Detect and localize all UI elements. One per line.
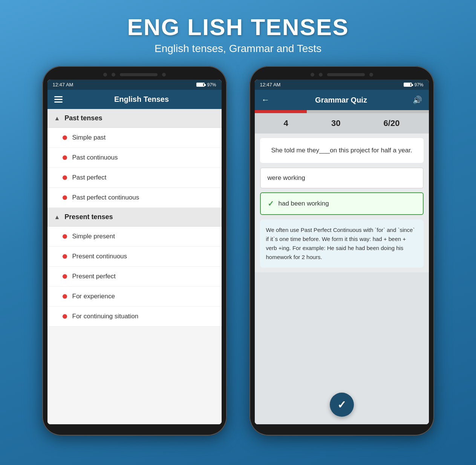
simple-present-label: Simple present [72, 233, 115, 240]
app-subtitle: English tenses, Grammar and Tests [127, 43, 349, 55]
right-time: 12:47 AM [260, 82, 281, 87]
left-time: 12:47 AM [53, 82, 73, 87]
phone-dot-5 [319, 73, 323, 77]
past-tenses-section[interactable]: ▲ Past tenses [47, 109, 222, 128]
right-battery-icon [404, 83, 412, 87]
left-battery-icon [196, 83, 205, 87]
red-dot-icon [63, 274, 67, 279]
left-status-right: 97% [196, 82, 216, 87]
list-item-past-perfect[interactable]: Past perfect [47, 168, 222, 188]
chevron-up-icon: ▲ [54, 115, 60, 122]
past-tenses-label: Past tenses [64, 114, 102, 122]
left-app-header: English Tenses [47, 90, 222, 109]
quiz-progress: 6/20 [384, 118, 400, 128]
option-text-2: had been working [279, 200, 329, 207]
past-perfect-label: Past perfect [72, 174, 107, 181]
explanation-box: We often use Past Perfect Continuous wit… [260, 219, 424, 268]
past-continuous-label: Past continuous [72, 154, 118, 161]
red-dot-icon [63, 254, 67, 259]
present-continuous-label: Present continuous [72, 253, 127, 260]
left-battery-pct: 97% [207, 82, 216, 87]
list-item-present-continuous[interactable]: Present continuous [47, 247, 222, 267]
red-dot-icon [63, 135, 67, 140]
list-item-simple-past[interactable]: Simple past [47, 128, 222, 148]
chevron-up-icon-2: ▲ [54, 214, 60, 221]
phone-speaker-left [120, 73, 158, 76]
list-item-present-perfect[interactable]: Present perfect [47, 267, 222, 287]
quiz-options: were working ✓ had been working [260, 167, 424, 215]
check-icon: ✓ [268, 199, 274, 208]
present-perfect-label: Present perfect [72, 273, 116, 280]
option-text-1: were working [268, 174, 305, 182]
next-button[interactable]: ✓ [330, 393, 354, 417]
list-item-simple-present[interactable]: Simple present [47, 227, 222, 247]
left-battery-fill [197, 83, 203, 86]
right-status-right: 97% [404, 82, 423, 87]
sound-icon[interactable]: 🔊 [413, 95, 422, 104]
phone-bottom-left [47, 424, 222, 429]
list-item-past-perfect-continuous[interactable]: Past perfect continuous [47, 188, 222, 208]
present-tenses-label: Present tenses [64, 213, 113, 221]
right-phone: 12:47 AM 97% ← Grammar Quiz 🔊 [249, 66, 434, 436]
tenses-list: ▲ Past tenses Simple past Past continuou… [47, 109, 222, 424]
page-header: ENG LISH TENSES English tenses, Grammar … [127, 0, 349, 62]
list-item-for-continuing[interactable]: For continuing situation [47, 307, 222, 327]
simple-past-label: Simple past [72, 134, 106, 141]
for-experience-label: For experience [72, 293, 115, 300]
phone-dot-4 [311, 73, 314, 77]
phone-top-bar-right [255, 73, 429, 77]
next-button-icon: ✓ [337, 399, 346, 411]
phone-dot-2 [112, 73, 115, 77]
progress-bar-fill [255, 110, 307, 113]
left-status-bar: 12:47 AM 97% [47, 80, 222, 90]
phones-container: 12:47 AM 97% English Tenses [42, 66, 434, 436]
present-tenses-section[interactable]: ▲ Present tenses [47, 208, 222, 227]
left-phone: 12:47 AM 97% English Tenses [42, 66, 227, 436]
list-item-past-continuous[interactable]: Past continuous [47, 148, 222, 168]
right-app-header: ← Grammar Quiz 🔊 [255, 90, 429, 110]
right-battery-pct: 97% [414, 82, 423, 87]
quiz-question: She told me they___on this project for h… [260, 138, 424, 163]
quiz-screen: 4 30 6/20 She told me they___on this pro… [255, 110, 429, 424]
hamburger-icon[interactable] [54, 96, 63, 103]
left-phone-screen: 12:47 AM 97% English Tenses [47, 80, 222, 424]
phone-bottom-right [255, 424, 429, 429]
progress-bar-container [255, 110, 429, 113]
phone-top-bar-left [47, 73, 222, 77]
phone-dot-1 [103, 73, 107, 77]
option-had-been-working[interactable]: ✓ had been working [260, 192, 424, 215]
red-dot-icon [63, 155, 67, 160]
quiz-stats: 4 30 6/20 [255, 113, 429, 134]
right-phone-screen: 12:47 AM 97% ← Grammar Quiz 🔊 [255, 80, 429, 424]
for-continuing-label: For continuing situation [72, 313, 139, 320]
list-item-for-experience[interactable]: For experience [47, 287, 222, 307]
red-dot-icon [63, 314, 67, 319]
quiz-score: 4 [284, 118, 288, 128]
phone-speaker-right [327, 73, 365, 76]
left-header-title: English Tenses [69, 95, 215, 104]
past-perfect-continuous-label: Past perfect continuous [72, 194, 139, 201]
option-were-working[interactable]: were working [260, 167, 424, 189]
right-header-title: Grammar Quiz [276, 96, 407, 104]
quiz-footer: ✓ [255, 272, 429, 425]
red-dot-icon [63, 195, 67, 200]
red-dot-icon [63, 175, 67, 180]
phone-dot-6 [369, 73, 373, 77]
phone-dot-3 [162, 73, 166, 77]
red-dot-icon [63, 294, 67, 299]
app-title: ENG LISH TENSES [127, 14, 349, 40]
right-status-bar: 12:47 AM 97% [255, 80, 429, 90]
right-battery-fill [404, 83, 410, 86]
back-icon[interactable]: ← [262, 95, 270, 105]
quiz-total: 30 [331, 118, 340, 128]
red-dot-icon [63, 234, 67, 239]
